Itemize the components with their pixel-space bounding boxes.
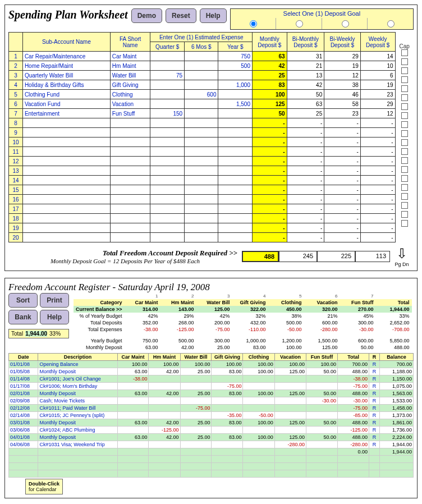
sixmo-cell[interactable] [185, 80, 218, 90]
register-date[interactable]: 01/14/08 [9, 375, 38, 383]
subaccount-cell[interactable] [22, 195, 110, 204]
quarter-cell[interactable] [150, 147, 185, 157]
year-cell[interactable] [218, 204, 253, 214]
register-value-cell[interactable] [243, 441, 274, 448]
register-value-cell[interactable]: 100.00 [243, 390, 274, 397]
register-value-cell[interactable]: 63.00 [117, 419, 149, 427]
cap-checkbox[interactable] [401, 193, 408, 200]
fa-short-cell[interactable] [110, 214, 150, 223]
fa-short-cell[interactable]: Hm Maint [110, 61, 150, 71]
register-reconciled[interactable]: R [369, 412, 380, 419]
register-reconciled[interactable] [369, 448, 380, 456]
quarter-cell[interactable] [150, 223, 185, 233]
register-row[interactable]: 01/17/08 Ck#1006; Mom's Birthday -75.00 … [9, 383, 414, 390]
register-date[interactable]: 04/01/08 [9, 434, 38, 441]
fa-short-cell[interactable] [110, 195, 150, 204]
fa-short-cell[interactable] [110, 128, 150, 138]
register-value-cell[interactable] [212, 441, 243, 448]
sixmo-cell[interactable] [185, 176, 218, 185]
register-row-empty[interactable] [9, 470, 414, 478]
register-value-cell[interactable] [306, 448, 338, 456]
register-value-cell[interactable] [180, 427, 212, 434]
subaccount-cell[interactable]: Clothing Fund [22, 90, 110, 99]
year-cell[interactable] [218, 233, 253, 242]
register-date[interactable] [9, 470, 38, 478]
help-button[interactable]: Help [200, 8, 227, 23]
register-value-cell[interactable] [243, 397, 274, 405]
register-value-cell[interactable] [306, 412, 338, 419]
sixmo-cell[interactable] [185, 128, 218, 138]
register-description[interactable] [38, 463, 117, 470]
register-value-cell[interactable] [306, 405, 338, 412]
register-reconciled[interactable]: R [369, 419, 380, 427]
fa-short-cell[interactable]: Clothing [110, 90, 150, 99]
register-value-cell[interactable] [274, 427, 306, 434]
register-description[interactable] [38, 448, 117, 456]
deposit-goal-biweekly-radio[interactable] [342, 20, 349, 28]
register-value-cell[interactable] [149, 375, 180, 383]
fa-short-cell[interactable] [110, 185, 150, 195]
year-cell[interactable] [218, 223, 253, 233]
year-cell[interactable] [218, 109, 253, 118]
register-reconciled[interactable]: R [369, 383, 380, 390]
register-value-cell[interactable]: 83.00 [212, 419, 243, 427]
register-date[interactable]: 02/12/08 [9, 405, 38, 412]
cap-checkbox[interactable] [401, 211, 408, 218]
register-reconciled[interactable]: R [369, 434, 380, 441]
register-value-cell[interactable]: 50.00 [306, 419, 338, 427]
register-description[interactable]: Monthly Deposit [38, 390, 117, 397]
deposit-goal-bimonthly-radio[interactable] [296, 20, 303, 28]
register-value-cell[interactable] [274, 405, 306, 412]
register-value-cell[interactable]: 25.00 [180, 434, 212, 441]
register-value-cell[interactable] [274, 448, 306, 456]
register-value-cell[interactable]: -75.00 [180, 405, 212, 412]
subaccount-cell[interactable] [22, 166, 110, 176]
register-row[interactable]: 02/12/08 Ck#1011; Paid Water Bill -75.00… [9, 405, 414, 412]
register-description[interactable] [38, 470, 117, 478]
register-value-cell[interactable]: 42.00 [149, 419, 180, 427]
register-value-cell[interactable]: 25.00 [180, 368, 212, 375]
register-row[interactable]: 04/01/08 Monthly Deposit 63.0042.0025.00… [9, 434, 414, 441]
year-cell[interactable] [218, 166, 253, 176]
fa-short-cell[interactable]: Gift Giving [110, 80, 150, 90]
register-value-cell[interactable] [117, 441, 149, 448]
year-cell[interactable]: 750 [218, 52, 253, 61]
register-date[interactable]: 01/05/08 [9, 368, 38, 375]
register-description[interactable]: Monthly Deposit [38, 368, 117, 375]
cap-checkbox[interactable] [401, 139, 408, 146]
sixmo-cell[interactable] [185, 118, 218, 128]
fa-short-cell[interactable] [110, 204, 150, 214]
register-value-cell[interactable] [149, 412, 180, 419]
register-value-cell[interactable] [306, 375, 338, 383]
cap-checkbox[interactable] [401, 157, 408, 164]
register-value-cell[interactable]: -30.00 [306, 397, 338, 405]
register-description[interactable]: Opening Balance [38, 361, 117, 368]
quarter-cell[interactable]: 75 [150, 71, 185, 80]
quarter-cell[interactable] [150, 90, 185, 99]
register-value-cell[interactable]: 50.00 [306, 390, 338, 397]
year-cell[interactable] [218, 214, 253, 223]
register-date[interactable] [9, 448, 38, 456]
quarter-cell[interactable] [150, 214, 185, 223]
register-row[interactable]: 04/06/08 Ck#1031 Visa; Weekend Trip -280… [9, 441, 414, 448]
sixmo-cell[interactable] [185, 138, 218, 147]
register-value-cell[interactable]: 100.00 [243, 368, 274, 375]
register-date[interactable]: 02/09/08 [9, 397, 38, 405]
year-cell[interactable] [218, 157, 253, 166]
register-value-cell[interactable] [117, 405, 149, 412]
register-value-cell[interactable] [274, 375, 306, 383]
register-description[interactable]: Ck#1015; JC Penney's (split) [38, 412, 117, 419]
register-value-cell[interactable]: 63.00 [117, 390, 149, 397]
register-reconciled[interactable]: R [369, 361, 380, 368]
register-date[interactable]: 03/06/08 [9, 427, 38, 434]
register-row-empty[interactable] [9, 456, 414, 463]
register-value-cell[interactable] [243, 383, 274, 390]
register-value-cell[interactable]: 100.00 [117, 361, 149, 368]
subaccount-cell[interactable] [22, 176, 110, 185]
register-date[interactable]: 02/14/08 [9, 412, 38, 419]
register-value-cell[interactable] [117, 412, 149, 419]
cap-checkbox[interactable] [401, 103, 408, 110]
year-cell[interactable]: 1,000 [218, 80, 253, 90]
register-date[interactable]: 04/06/08 [9, 441, 38, 448]
register-value-cell[interactable] [117, 448, 149, 456]
